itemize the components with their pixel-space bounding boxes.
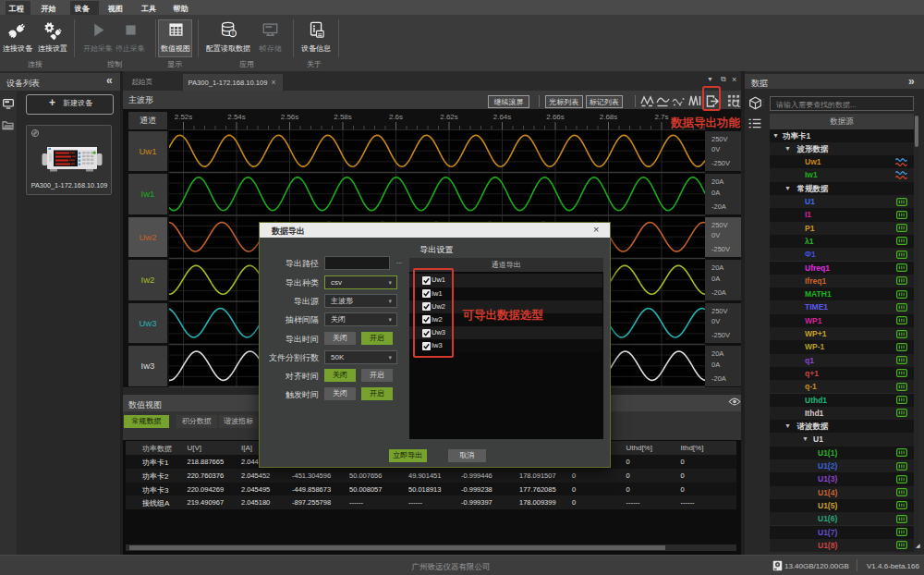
svg-text:!: !: [231, 30, 233, 36]
